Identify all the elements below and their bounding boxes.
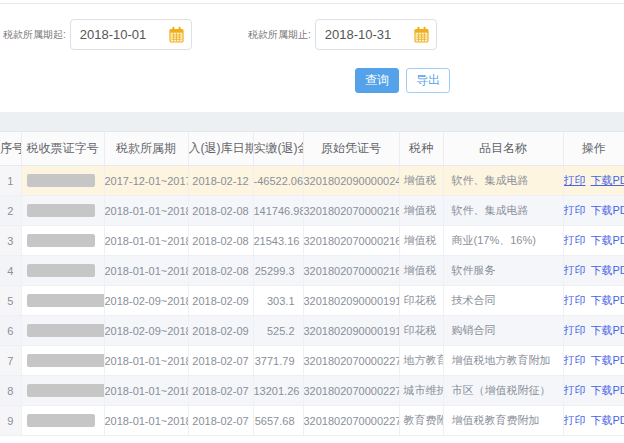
cell-voucher-no: 320180209000019184	[303, 316, 399, 346]
button-row: 查询 导出	[355, 68, 450, 93]
print-link[interactable]: 打印	[564, 324, 586, 336]
print-link[interactable]: 打印	[564, 354, 586, 366]
redacted-receipt-number	[27, 384, 105, 397]
download-pdf-link[interactable]: 下载PDF	[591, 264, 624, 276]
redacted-receipt-number	[27, 294, 105, 307]
cell-operations: 打印下载PDF	[563, 286, 624, 316]
cell-tax-type: 增值税	[399, 196, 443, 226]
print-link[interactable]: 打印	[564, 174, 586, 186]
cell-item-name: 市区（增值税附征）	[443, 376, 563, 406]
cell-tax-type: 增值税	[399, 226, 443, 256]
print-link[interactable]: 打印	[564, 204, 586, 216]
query-button[interactable]: 查询	[355, 68, 399, 93]
cell-tax-type: 城市维护建设税	[399, 376, 443, 406]
cell-amount: 21543.16	[253, 226, 303, 256]
cell-amount: 525.2	[253, 316, 303, 346]
cell-voucher-no: 320180209000002461	[303, 166, 399, 196]
download-pdf-link[interactable]: 下载PDF	[591, 204, 624, 216]
cell-receipt-no	[21, 346, 104, 376]
download-pdf-link[interactable]: 下载PDF	[591, 294, 624, 306]
table-row: 32018-01-01~2018-01-312018-02-0821543.16…	[0, 226, 624, 256]
cell-index: 1	[0, 166, 21, 196]
cell-receipt-no	[21, 406, 104, 436]
download-pdf-link[interactable]: 下载PDF	[591, 234, 624, 246]
table-body: 12017-12-01~2017-12-312018-02-12-46522.0…	[0, 166, 624, 436]
column-header-0: 序号	[0, 132, 21, 166]
cell-tax-type: 增值税	[399, 256, 443, 286]
cell-entry-date: 2018-02-07	[188, 376, 253, 406]
column-header-6: 税种	[399, 132, 443, 166]
table-row: 62018-02-09~2018-02-092018-02-09525.2320…	[0, 316, 624, 346]
cell-amount: 3771.79	[253, 346, 303, 376]
cell-tax-type: 增值税	[399, 166, 443, 196]
redacted-receipt-number	[27, 354, 105, 367]
table-row: 12017-12-01~2017-12-312018-02-12-46522.0…	[0, 166, 624, 196]
filter-period-end: 税款所属期止: 2018-10-31	[248, 19, 437, 50]
cell-tax-type: 印花税	[399, 286, 443, 316]
cell-operations: 打印下载PDF	[563, 346, 624, 376]
print-link[interactable]: 打印	[564, 264, 586, 276]
cell-tax-type: 印花税	[399, 316, 443, 346]
cell-operations: 打印下载PDF	[563, 166, 624, 196]
print-link[interactable]: 打印	[564, 234, 586, 246]
cell-index: 8	[0, 376, 21, 406]
cell-period: 2018-01-01~2018-01-31	[104, 196, 188, 226]
cell-amount: 5657.68	[253, 406, 303, 436]
cell-item-name: 购销合同	[443, 316, 563, 346]
cell-entry-date: 2018-02-07	[188, 406, 253, 436]
cell-item-name: 技术合同	[443, 286, 563, 316]
download-pdf-link[interactable]: 下载PDF	[591, 174, 624, 186]
redacted-receipt-number	[27, 234, 95, 247]
column-header-8: 操作	[563, 132, 624, 166]
download-pdf-link[interactable]: 下载PDF	[591, 324, 624, 336]
cell-item-name: 增值税地方教育附加	[443, 346, 563, 376]
cell-index: 6	[0, 316, 21, 346]
table-row: 82018-01-01~2018-01-312018-02-0713201.26…	[0, 376, 624, 406]
export-button[interactable]: 导出	[406, 68, 450, 93]
period-start-value: 2018-10-01	[80, 27, 169, 42]
cell-voucher-no: 320180207000022756	[303, 376, 399, 406]
column-header-7: 品目名称	[443, 132, 563, 166]
cell-entry-date: 2018-02-09	[188, 316, 253, 346]
cell-receipt-no	[21, 316, 104, 346]
cell-voucher-no: 320180209000019184	[303, 286, 399, 316]
cell-amount: 141746.98	[253, 196, 303, 226]
download-pdf-link[interactable]: 下载PDF	[591, 354, 624, 366]
table-row: 42018-01-01~2018-01-312018-02-0825299.33…	[0, 256, 624, 286]
period-start-label: 税款所属期起:	[3, 28, 66, 42]
redacted-receipt-number	[27, 324, 105, 337]
calendar-icon[interactable]	[169, 26, 184, 43]
filter-period-start: 税款所属期起: 2018-10-01	[3, 19, 192, 50]
cell-period: 2018-02-09~2018-02-09	[104, 316, 188, 346]
period-end-input[interactable]: 2018-10-31	[315, 19, 437, 50]
download-pdf-link[interactable]: 下载PDF	[591, 384, 624, 396]
table-row: 52018-02-09~2018-02-092018-02-09303.1320…	[0, 286, 624, 316]
cell-period: 2018-01-01~2018-01-31	[104, 226, 188, 256]
print-link[interactable]: 打印	[564, 414, 586, 426]
cell-amount: 13201.26	[253, 376, 303, 406]
cell-tax-type: 地方教育附加	[399, 346, 443, 376]
cell-operations: 打印下载PDF	[563, 376, 624, 406]
cell-index: 5	[0, 286, 21, 316]
cell-item-name: 增值税教育费附加	[443, 406, 563, 436]
cell-item-name: 商业(17%、16%)	[443, 226, 563, 256]
period-start-input[interactable]: 2018-10-01	[70, 19, 192, 50]
cell-operations: 打印下载PDF	[563, 226, 624, 256]
cell-voucher-no: 320180207000021610	[303, 226, 399, 256]
panel-divider	[0, 3, 624, 4]
cell-period: 2017-12-01~2017-12-31	[104, 166, 188, 196]
print-link[interactable]: 打印	[564, 294, 586, 306]
print-link[interactable]: 打印	[564, 384, 586, 396]
cell-receipt-no	[21, 286, 104, 316]
tax-records-table: 序号税收票证字号税款所属期入(退)库日期实缴(退)金额原始凭证号税种品目名称操作…	[0, 131, 624, 436]
calendar-icon[interactable]	[414, 26, 429, 43]
column-header-5: 原始凭证号	[303, 132, 399, 166]
cell-entry-date: 2018-02-08	[188, 256, 253, 286]
download-pdf-link[interactable]: 下载PDF	[591, 414, 624, 426]
cell-entry-date: 2018-02-09	[188, 286, 253, 316]
cell-voucher-no: 320180207000022756	[303, 346, 399, 376]
cell-operations: 打印下载PDF	[563, 406, 624, 436]
cell-index: 7	[0, 346, 21, 376]
table-row: 92018-01-01~2018-01-312018-02-075657.683…	[0, 406, 624, 436]
cell-item-name: 软件、集成电路	[443, 166, 563, 196]
